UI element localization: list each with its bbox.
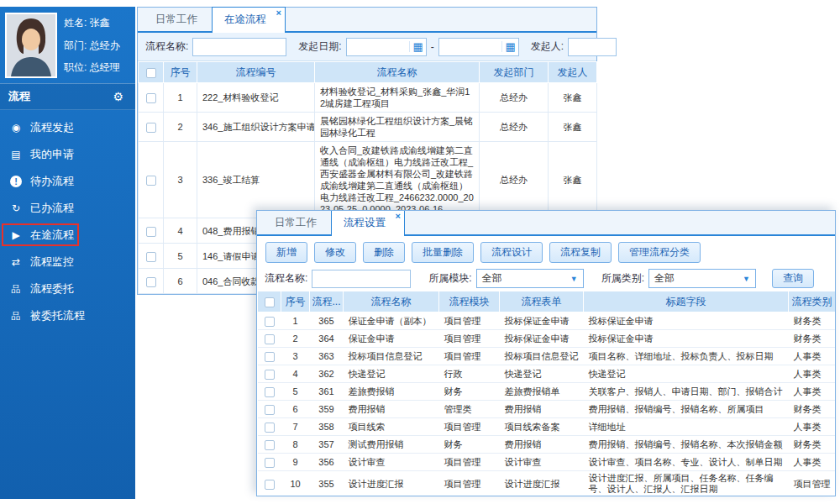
module-select[interactable]: 全部 ▼ bbox=[476, 269, 584, 288]
column-header[interactable]: 流程... bbox=[310, 291, 344, 312]
table-row[interactable]: 1222_材料验收登记材料验收登记_材料采购_张鑫_华润12城房建工程项目总经办… bbox=[139, 83, 597, 113]
gear-icon[interactable]: ⚙ bbox=[113, 90, 123, 103]
initiator-input[interactable] bbox=[568, 38, 617, 56]
tab-daily-work[interactable]: 日常工作 bbox=[144, 8, 209, 31]
row-checkbox[interactable] bbox=[265, 352, 275, 362]
row-checkbox[interactable] bbox=[265, 387, 275, 397]
table-row[interactable]: 3336_竣工结算收入合同_改建铁路成渝线增建第二直通线（成渝枢纽）电力线路迁改… bbox=[139, 142, 597, 218]
panel1-filterbar: 流程名称: 发起日期: ▦ - ▦ 发起人: bbox=[138, 33, 596, 61]
row-checkbox[interactable] bbox=[146, 123, 156, 133]
row-checkbox[interactable] bbox=[265, 334, 275, 344]
category-select[interactable]: 全部 ▼ bbox=[648, 269, 756, 288]
cell: 保证金申请（副本） bbox=[344, 312, 439, 330]
column-header[interactable]: 标题字段 bbox=[584, 291, 789, 312]
row-checkbox[interactable] bbox=[265, 440, 275, 450]
row-checkbox[interactable] bbox=[265, 458, 275, 468]
sidebar-item-5[interactable]: ▶在途流程 bbox=[0, 222, 135, 249]
sidebar-item-3[interactable]: !待办流程 bbox=[0, 168, 135, 195]
tab-daily-work[interactable]: 日常工作 bbox=[263, 211, 328, 234]
close-icon[interactable]: × bbox=[396, 212, 401, 221]
column-header[interactable]: 序号 bbox=[281, 291, 310, 312]
panel1-tabbar: 日常工作 在途流程 × bbox=[138, 8, 596, 33]
sidebar-item-8[interactable]: 品被委托流程 bbox=[0, 302, 135, 329]
cell: 管理类 bbox=[439, 401, 500, 418]
row-checkbox[interactable] bbox=[265, 423, 275, 433]
monitor-icon: ⇄ bbox=[9, 256, 23, 268]
manage-process-category-button[interactable]: 管理流程分类 bbox=[618, 242, 701, 263]
table-row[interactable]: 6359费用报销管理类费用报销费用报销、报销编号、报销名称、所属项目财务类 bbox=[258, 401, 836, 418]
table-row[interactable]: 4362快递登记行政快递登记快递登记人事类 bbox=[258, 365, 836, 383]
column-header[interactable]: 发起人 bbox=[549, 62, 597, 83]
column-header[interactable]: 序号 bbox=[164, 62, 197, 83]
batch-delete-button[interactable]: 批量删除 bbox=[412, 242, 474, 263]
column-header[interactable]: 流程模块 bbox=[439, 291, 500, 312]
sidebar-item-1[interactable]: ◉流程发起 bbox=[0, 114, 135, 141]
column-header[interactable]: 流程类别 bbox=[789, 291, 836, 312]
cell: 10 bbox=[281, 471, 310, 497]
profile-position: 职位: 总经理 bbox=[64, 61, 120, 73]
modify-button[interactable]: 修改 bbox=[314, 242, 356, 263]
date-to-input[interactable] bbox=[439, 42, 502, 52]
process-copy-button[interactable]: 流程复制 bbox=[549, 242, 612, 263]
row-checkbox[interactable] bbox=[146, 277, 156, 287]
table-row[interactable]: 2364保证金申请项目管理投标保证金申请投标保证金申请财务类 bbox=[258, 330, 836, 348]
calendar-icon[interactable]: ▦ bbox=[501, 41, 517, 52]
sidebar-menu: ◉流程发起▤我的申请!待办流程↻已办流程▶在途流程⇄流程监控品流程委托品被委托流… bbox=[0, 110, 135, 329]
row-checkbox[interactable] bbox=[146, 227, 156, 237]
column-header[interactable]: 流程名称 bbox=[315, 62, 480, 83]
row-checkbox[interactable] bbox=[265, 317, 275, 327]
table-row[interactable]: 7358项目线索项目管理项目线索备案详细地址人事类 bbox=[258, 418, 836, 436]
sidebar-item-4[interactable]: ↻已办流程 bbox=[0, 195, 135, 222]
delete-button[interactable]: 删除 bbox=[363, 242, 405, 263]
select-all-checkbox[interactable] bbox=[265, 297, 275, 307]
process-name-input[interactable] bbox=[312, 270, 411, 288]
process-design-button[interactable]: 流程设计 bbox=[480, 242, 543, 263]
row-checkbox[interactable] bbox=[146, 252, 156, 262]
category-label: 所属类别: bbox=[601, 271, 644, 286]
sidebar: 姓名: 张鑫 部门: 总经办 职位: 总经理 流程 ⚙ ◉流程发起▤我的申请!待… bbox=[0, 7, 135, 499]
cell: 7 bbox=[281, 418, 310, 436]
close-icon[interactable]: × bbox=[276, 8, 281, 18]
table-row[interactable]: 8357测试费用报销财务费用报销费用报销、报销编号、报销名称、本次报销金额财务类 bbox=[258, 436, 836, 454]
column-header[interactable]: 发起部门 bbox=[480, 62, 549, 83]
table-row[interactable]: 10355设计进度汇报项目管理设计进度汇报设计进度汇报、所属项目、任务名称、任务… bbox=[258, 471, 836, 497]
column-header[interactable]: 流程表单 bbox=[500, 291, 584, 312]
sidebar-item-7[interactable]: 品流程委托 bbox=[0, 276, 135, 302]
row-checkbox[interactable] bbox=[265, 370, 275, 380]
tab-in-transit[interactable]: 在途流程 × bbox=[212, 7, 286, 33]
table-row[interactable]: 3363投标项目信息登记项目管理投标项目信息登记项目名称、详细地址、投标负责人、… bbox=[258, 348, 836, 365]
cell: 项目管理 bbox=[439, 312, 500, 330]
row-checkbox[interactable] bbox=[146, 176, 156, 186]
row-checkbox[interactable] bbox=[146, 93, 156, 103]
row-checkbox[interactable] bbox=[265, 480, 275, 490]
cell: 1 bbox=[281, 312, 310, 330]
sidebar-item-label: 在途流程 bbox=[30, 228, 74, 243]
delegate-icon: 品 bbox=[9, 283, 23, 296]
table-row[interactable]: 5361差旅费报销财务差旅费报销单关联客户、报销人、申请日期、部门、报销合计人事… bbox=[258, 383, 836, 401]
sidebar-item-6[interactable]: ⇄流程监控 bbox=[0, 249, 135, 276]
table-row[interactable]: 2346_施工组织设计方案申请晨铭园林绿化工程组织设计方案_晨铭园林绿化工程总经… bbox=[139, 113, 597, 142]
cell: 投标保证金申请 bbox=[584, 312, 789, 330]
cell: 设计审查 bbox=[344, 454, 439, 471]
sidebar-item-2[interactable]: ▤我的申请 bbox=[0, 141, 135, 168]
cell: 359 bbox=[310, 401, 344, 418]
cell: 设计审查、项目名称、专业、设计人、制单日期 bbox=[584, 454, 789, 471]
search-button[interactable]: 查询 bbox=[772, 269, 814, 288]
cell: 设计审查 bbox=[500, 454, 584, 471]
in-transit-icon: ▶ bbox=[9, 229, 23, 241]
calendar-icon[interactable]: ▦ bbox=[409, 41, 425, 52]
column-header[interactable]: 流程名称 bbox=[344, 291, 439, 312]
cell: 356 bbox=[310, 454, 344, 471]
select-all-checkbox[interactable] bbox=[146, 68, 156, 78]
tab-process-settings[interactable]: 流程设置 × bbox=[331, 210, 405, 236]
column-header[interactable]: 流程编号 bbox=[197, 62, 315, 83]
table-row[interactable]: 9356设计审查项目管理设计审查设计审查、项目名称、专业、设计人、制单日期人事类 bbox=[258, 454, 836, 471]
date-from-input[interactable] bbox=[347, 42, 410, 52]
process-name-input[interactable] bbox=[192, 38, 286, 56]
row-checkbox[interactable] bbox=[265, 405, 275, 415]
cell: 保证金申请 bbox=[344, 330, 439, 348]
add-button[interactable]: 新增 bbox=[265, 242, 307, 263]
launch-icon: ◉ bbox=[9, 122, 23, 134]
table-row[interactable]: 1365保证金申请（副本）项目管理投标保证金申请投标保证金申请财务类 bbox=[258, 312, 836, 330]
cell: 3 bbox=[281, 348, 310, 365]
